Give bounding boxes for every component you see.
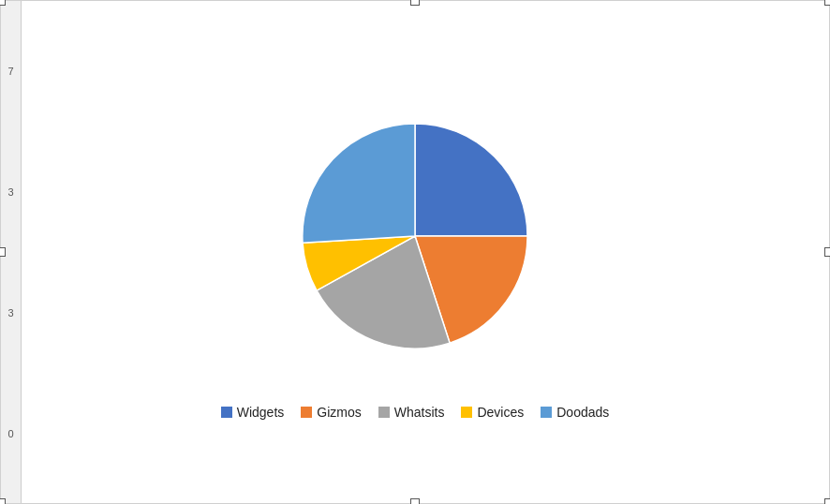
handle-top-center[interactable]: [410, 0, 420, 6]
handle-bot-right[interactable]: [824, 498, 830, 504]
legend-color-devices: [461, 407, 472, 418]
legend-label-whatsits: Whatsits: [394, 405, 445, 420]
handle-mid-left[interactable]: [0, 247, 6, 257]
pie-chart: [256, 77, 574, 395]
legend-item-gizmos: Gizmos: [301, 405, 361, 420]
left-num-2: 3: [7, 186, 13, 198]
handle-top-right[interactable]: [824, 0, 830, 6]
handle-bot-center[interactable]: [410, 498, 420, 504]
legend-color-whatsits: [378, 407, 390, 418]
legend-label-widgets: Widgets: [237, 405, 285, 420]
segment-widgets: [415, 124, 527, 236]
legend-label-doodads: Doodads: [556, 405, 609, 420]
segment-doodads: [303, 124, 415, 243]
legend-color-widgets: [221, 407, 232, 418]
legend-color-doodads: [541, 407, 552, 418]
legend-item-widgets: Widgets: [221, 405, 285, 420]
legend-label-devices: Devices: [477, 405, 524, 420]
legend-color-gizmos: [301, 407, 312, 418]
chart-legend: WidgetsGizmosWhatsitsDevicesDoodads: [221, 405, 610, 420]
handle-top-left[interactable]: [0, 0, 6, 6]
legend-item-devices: Devices: [461, 405, 524, 420]
left-num-4: 0: [7, 428, 13, 439]
chart-area: WidgetsGizmosWhatsitsDevicesDoodads: [1, 20, 829, 503]
legend-item-whatsits: Whatsits: [378, 405, 445, 420]
legend-item-doodads: Doodads: [541, 405, 609, 420]
legend-label-gizmos: Gizmos: [317, 405, 361, 420]
chart-container: 7 3 3 0 WidgetsGizmosWhatsitsDevices: [0, 0, 830, 504]
handle-mid-right[interactable]: [824, 247, 830, 257]
handle-bot-left[interactable]: [0, 498, 6, 504]
left-num-1: 7: [7, 66, 13, 77]
left-num-3: 3: [7, 307, 13, 319]
